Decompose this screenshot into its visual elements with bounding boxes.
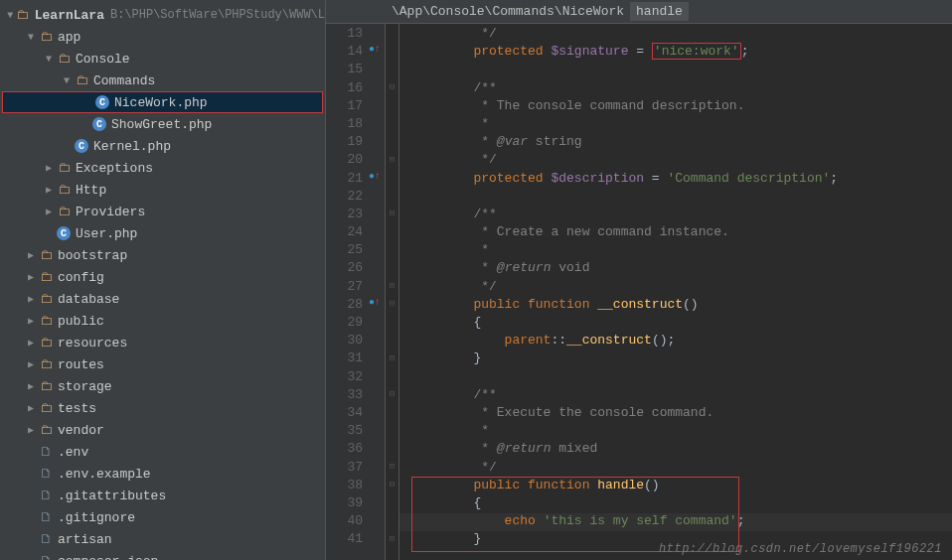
folder-icon: 🗀 xyxy=(38,422,54,438)
tree-public[interactable]: ▶ 🗀 public xyxy=(0,310,325,332)
tree-label: public xyxy=(58,314,104,329)
tree-label: routes xyxy=(58,357,104,372)
tree-label: vendor xyxy=(58,423,104,438)
tree-label: bootstrap xyxy=(58,248,127,263)
gutter: 1314●↑15161718192021●↑22232425262728●↑29… xyxy=(326,24,386,560)
arrow-icon: ▶ xyxy=(24,424,38,436)
tree-label: storage xyxy=(58,379,112,394)
folder-icon: 🗀 xyxy=(38,29,54,45)
tree-label: ShowGreet.php xyxy=(111,117,212,132)
tree-gitattributes[interactable]: 🗋 .gitattributes xyxy=(0,485,325,506)
php-file-icon: C xyxy=(56,225,72,241)
folder-icon: 🗀 xyxy=(38,269,54,285)
folder-icon: 🗀 xyxy=(38,313,54,329)
tree-env[interactable]: 🗋 .env xyxy=(0,441,325,463)
file-icon: 🗋 xyxy=(38,509,54,525)
tree-commands[interactable]: ▼ 🗀 Commands xyxy=(0,70,325,91)
tree-user[interactable]: C User.php xyxy=(0,222,325,244)
tree-label: .gitignore xyxy=(58,510,135,525)
tree-http[interactable]: ▶ 🗀 Http xyxy=(0,179,325,201)
tree-label: Http xyxy=(76,183,106,198)
tree-label: app xyxy=(58,30,80,45)
file-icon: 🗋 xyxy=(38,444,54,460)
folder-icon: 🗀 xyxy=(56,160,72,176)
folder-icon: 🗀 xyxy=(56,204,72,219)
tree-root[interactable]: ▼ 🗀 LearnLara B:\PHP\SoftWare\PHPStudy\W… xyxy=(0,4,325,26)
tree-label: database xyxy=(58,292,119,307)
folder-icon: 🗀 xyxy=(38,356,54,372)
tree-exceptions[interactable]: ▶ 🗀 Exceptions xyxy=(0,157,325,179)
tree-label: User.php xyxy=(76,226,137,241)
tree-showgreet[interactable]: C ShowGreet.php xyxy=(0,113,325,135)
php-file-icon: C xyxy=(91,116,107,132)
arrow-icon: ▶ xyxy=(42,184,56,196)
tree-resources[interactable]: ▶ 🗀 resources xyxy=(0,332,325,353)
tree-app[interactable]: ▼ 🗀 app xyxy=(0,26,325,48)
tree-config[interactable]: ▶ 🗀 config xyxy=(0,266,325,288)
php-file-icon: C xyxy=(74,138,89,154)
tree-label: tests xyxy=(58,401,96,416)
file-icon: 🗋 xyxy=(38,466,54,482)
folder-icon: 🗀 xyxy=(56,182,72,198)
code-editor[interactable]: 1314●↑15161718192021●↑22232425262728●↑29… xyxy=(326,24,952,560)
tree-label: Exceptions xyxy=(76,161,153,176)
tree-tests[interactable]: ▶ 🗀 tests xyxy=(0,397,325,419)
tree-label: .env xyxy=(58,445,88,460)
folder-icon: 🗀 xyxy=(38,247,54,263)
php-file-icon: C xyxy=(94,94,110,110)
folder-icon: 🗀 xyxy=(38,291,54,307)
arrow-icon: ▶ xyxy=(24,380,38,392)
file-icon: 🗋 xyxy=(38,553,54,560)
tree-label: config xyxy=(58,270,104,285)
arrow-icon: ▶ xyxy=(24,358,38,370)
watermark: http://blog.csdn.net/lovemyself196221 xyxy=(659,542,942,556)
tree-label: Kernel.php xyxy=(93,139,171,154)
tree-label: Commands xyxy=(93,73,155,88)
folder-icon: 🗀 xyxy=(15,7,31,23)
tree-database[interactable]: ▶ 🗀 database xyxy=(0,288,325,310)
tree-routes[interactable]: ▶ 🗀 routes xyxy=(0,353,325,375)
tree-kernel[interactable]: C Kernel.php xyxy=(0,135,325,157)
tree-console[interactable]: ▼ 🗀 Console xyxy=(0,48,325,70)
tree-label: Console xyxy=(76,52,130,67)
folder-icon: 🗀 xyxy=(38,335,54,350)
tree-root-path: B:\PHP\SoftWare\PHPStudy\WWW\L xyxy=(110,8,325,22)
arrow-icon: ▶ xyxy=(42,162,56,174)
arrow-icon: ▼ xyxy=(42,54,56,65)
arrow-icon: ▼ xyxy=(24,32,38,43)
tree-gitignore[interactable]: 🗋 .gitignore xyxy=(0,506,325,528)
tree-composer[interactable]: 🗋 composer.json xyxy=(0,550,325,560)
folder-icon: 🗀 xyxy=(74,72,89,88)
tree-label: .env.example xyxy=(58,467,151,482)
tree-artisan[interactable]: 🗋 artisan xyxy=(0,528,325,550)
editor-area: \App\Console\Commands\NiceWork handle 13… xyxy=(326,0,952,560)
tree-label: resources xyxy=(58,336,127,350)
folder-icon: 🗀 xyxy=(56,51,72,67)
arrow-icon: ▶ xyxy=(24,293,38,305)
tree-nicework[interactable]: C NiceWork.php xyxy=(2,91,323,113)
tree-providers[interactable]: ▶ 🗀 Providers xyxy=(0,201,325,222)
arrow-icon: ▶ xyxy=(24,315,38,327)
folder-icon: 🗀 xyxy=(38,400,54,416)
tree-label: artisan xyxy=(58,532,112,547)
breadcrumb-method[interactable]: handle xyxy=(630,2,689,21)
project-sidebar[interactable]: ▼ 🗀 LearnLara B:\PHP\SoftWare\PHPStudy\W… xyxy=(0,0,326,560)
arrow-icon: ▼ xyxy=(6,10,15,21)
tree-label: NiceWork.php xyxy=(114,95,208,110)
tree-vendor[interactable]: ▶ 🗀 vendor xyxy=(0,419,325,441)
breadcrumb[interactable]: \App\Console\Commands\NiceWork handle xyxy=(326,0,952,24)
tree-storage[interactable]: ▶ 🗀 storage xyxy=(0,375,325,397)
fold-column[interactable]: ⊟⊡⊟⊡⊟⊡⊟⊡⊟⊡ xyxy=(386,24,399,560)
arrow-icon: ▼ xyxy=(60,75,74,86)
arrow-icon: ▶ xyxy=(24,271,38,283)
breadcrumb-path[interactable]: \App\Console\Commands\NiceWork xyxy=(386,2,630,21)
arrow-icon: ▶ xyxy=(24,249,38,261)
tree-bootstrap[interactable]: ▶ 🗀 bootstrap xyxy=(0,244,325,266)
file-icon: 🗋 xyxy=(38,531,54,547)
tree-root-label: LearnLara xyxy=(35,8,104,23)
tree-label: .gitattributes xyxy=(58,489,166,503)
tree-envexample[interactable]: 🗋 .env.example xyxy=(0,463,325,485)
folder-icon: 🗀 xyxy=(38,378,54,394)
tree-label: Providers xyxy=(76,205,145,219)
code-content[interactable]: */ protected $signature = 'nice:work'; /… xyxy=(399,24,952,560)
